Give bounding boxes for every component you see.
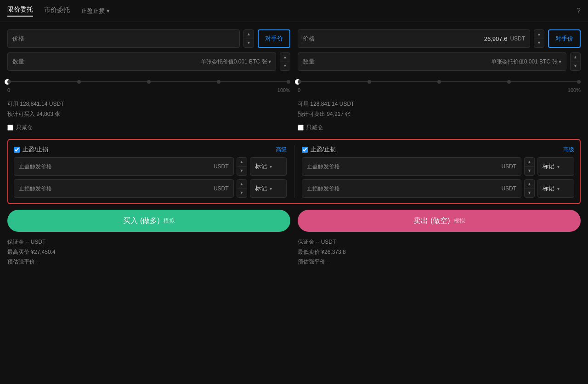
buy-max-buy-value: ¥27,450.4 — [31, 249, 55, 255]
buy-sl-tp-checkbox[interactable] — [14, 147, 20, 153]
sell-take-profit-field[interactable]: 止盈触发价格 USDT — [302, 157, 522, 176]
sell-dot-50 — [437, 80, 441, 84]
help-icon[interactable]: ? — [577, 7, 581, 15]
buy-tp-spinner[interactable]: ▲ ▼ — [237, 157, 247, 176]
tab-limit[interactable]: 限价委托 — [7, 6, 33, 17]
sell-tp-mark-label: 标记 — [543, 162, 554, 171]
buy-qty-up[interactable]: ▲ — [280, 53, 290, 62]
sell-sl-spinner[interactable]: ▲ ▼ — [524, 179, 535, 198]
buy-liq-row: 预估强平价 -- — [7, 257, 290, 267]
sell-slider-container[interactable] — [298, 77, 581, 86]
buy-sl-mark-select[interactable]: 标记 ▾ — [250, 179, 287, 198]
sell-counterparty-btn[interactable]: 对手价 — [548, 29, 581, 48]
sell-tp-up[interactable]: ▲ — [525, 158, 534, 166]
sell-min-sell-row: 最低卖价 ¥26,373.8 — [298, 247, 581, 258]
sell-margin-row: 保证金 -- USDT — [298, 237, 581, 247]
sell-price-up[interactable]: ▲ — [534, 30, 544, 39]
sl-tp-section: 止盈/止损 高级 止盈触发价格 USDT ▲ ▼ 标记 ▾ — [0, 139, 588, 210]
sell-footer: 保证金 -- USDT 最低卖价 ¥26,373.8 预估强平价 -- — [298, 237, 581, 267]
sell-tp-mark-select[interactable]: 标记 ▾ — [537, 157, 574, 176]
sell-slider-dots — [298, 80, 581, 84]
buy-button[interactable]: 买入 (做多) 模拟 — [7, 210, 290, 232]
sell-tp-chevron-icon: ▾ — [557, 164, 560, 169]
sell-btn-label: 卖出 (做空) — [413, 216, 450, 226]
sell-advanced-link[interactable]: 高级 — [563, 146, 574, 154]
buy-footer: 保证金 -- USDT 最高买价 ¥27,450.4 预估强平价 -- — [7, 237, 290, 267]
sell-qty-field[interactable]: 数量 单张委托价值0.001 BTC 张 ▾ — [298, 52, 566, 71]
buy-slider-row: 0 100% — [7, 75, 290, 95]
sell-stop-loss-label: 止损触发价格 — [307, 185, 340, 193]
sell-est-value: 94,917 张 — [327, 111, 351, 117]
sell-qty-down[interactable]: ▼ — [571, 62, 580, 71]
buy-slider-max: 100% — [277, 87, 290, 93]
sell-price-spinner[interactable]: ▲ ▼ — [534, 29, 544, 48]
buy-max-buy-row: 最高买价 ¥27,450.4 — [7, 247, 290, 258]
buy-tp-mark-label: 标记 — [255, 162, 267, 171]
buy-reduce-only-checkbox[interactable] — [7, 125, 13, 131]
buy-stop-loss-field[interactable]: 止损触发价格 USDT — [14, 179, 234, 198]
buy-dot-25 — [77, 80, 81, 84]
sell-stop-loss-field[interactable]: 止损触发价格 USDT — [302, 179, 522, 198]
buy-unit-select[interactable]: 张 ▾ — [262, 58, 271, 66]
buy-qty-field[interactable]: 数量 单张委托价值0.001 BTC 张 ▾ — [7, 52, 276, 71]
buy-advanced-link[interactable]: 高级 — [276, 146, 287, 154]
buy-est-value: 94,803 张 — [36, 111, 60, 117]
buy-slider-labels: 0 100% — [7, 87, 290, 93]
sell-tp-spinner[interactable]: ▲ ▼ — [524, 157, 535, 176]
sell-qty-info: 单张委托价值0.001 BTC — [491, 58, 550, 66]
sl-tp-box: 止盈/止损 高级 止盈触发价格 USDT ▲ ▼ 标记 ▾ — [7, 139, 581, 204]
buy-sl-tp-header: 止盈/止损 高级 — [14, 145, 287, 154]
sell-sl-up[interactable]: ▲ — [525, 180, 534, 189]
sell-sl-tp-checkbox[interactable] — [302, 147, 308, 153]
sell-button[interactable]: 卖出 (做空) 模拟 — [298, 210, 581, 232]
buy-sl-tp-label: 止盈/止损 — [23, 145, 48, 154]
sell-price-field[interactable]: 价格 26,907.6 USDT — [298, 29, 530, 48]
sell-reduce-only[interactable]: 只减仓 — [298, 124, 581, 132]
sell-slider-row: 0 100% — [298, 75, 581, 95]
buy-price-field[interactable]: 价格 — [7, 29, 240, 48]
sell-qty-unit: 张 — [552, 58, 558, 66]
main-content: 价格 ▲ ▼ 对手价 数量 单张委托价值0.001 BTC 张 ▾ — [0, 22, 588, 139]
sell-take-profit-unit: USDT — [501, 163, 516, 170]
buy-take-profit-field[interactable]: 止盈触发价格 USDT — [14, 157, 234, 176]
buy-reduce-only[interactable]: 只减仓 — [7, 124, 290, 132]
sell-sl-down[interactable]: ▼ — [525, 189, 534, 198]
sell-qty-up[interactable]: ▲ — [571, 53, 580, 62]
tab-market[interactable]: 市价委托 — [44, 6, 70, 16]
buy-tp-down[interactable]: ▼ — [237, 167, 247, 176]
buy-price-up[interactable]: ▲ — [244, 30, 254, 39]
buy-slider-container[interactable] — [7, 77, 290, 86]
sell-est-row: 预计可卖出 94,917 张 — [298, 109, 581, 120]
sell-dot-75 — [507, 80, 511, 84]
buy-sl-spinner[interactable]: ▲ ▼ — [237, 179, 247, 198]
buy-dot-75 — [217, 80, 220, 84]
buy-balance-info: 可用 128,841.14 USDT 预计可买入 94,803 张 — [7, 99, 290, 119]
buy-tp-up[interactable]: ▲ — [237, 158, 247, 166]
buy-liq-label: 预估强平价 — [7, 258, 35, 265]
buy-counterparty-btn[interactable]: 对手价 — [258, 29, 290, 48]
sell-sl-mark-select[interactable]: 标记 ▾ — [537, 179, 574, 198]
buy-price-spinner[interactable]: ▲ ▼ — [243, 29, 254, 48]
sell-balance-info: 可用 128,841.14 USDT 预计可卖出 94,917 张 — [298, 99, 581, 119]
sell-price-down[interactable]: ▼ — [534, 39, 544, 48]
sell-qty-label: 数量 — [303, 57, 315, 66]
sell-tp-down[interactable]: ▼ — [525, 167, 534, 176]
sell-price-unit: USDT — [510, 35, 525, 42]
buy-qty-down[interactable]: ▼ — [280, 62, 290, 71]
sell-reduce-only-checkbox[interactable] — [298, 125, 304, 131]
buy-margin-value: -- — [25, 239, 29, 245]
buy-qty-spinner[interactable]: ▲ ▼ — [280, 52, 290, 71]
buy-price-down[interactable]: ▼ — [244, 39, 254, 48]
buy-sl-up[interactable]: ▲ — [237, 180, 247, 189]
sell-min-sell-value: ¥26,373.8 — [321, 249, 345, 255]
tab-stop[interactable]: 止盈止损 ▾ — [81, 7, 110, 15]
sell-qty-spinner[interactable]: ▲ ▼ — [570, 52, 581, 71]
sell-reduce-only-label: 只减仓 — [306, 124, 323, 132]
sell-unit-select[interactable]: 张 ▾ — [552, 58, 561, 66]
buy-unit-chevron: ▾ — [268, 58, 271, 65]
buy-sl-down[interactable]: ▼ — [237, 189, 247, 198]
sell-liq-row: 预估强平价 -- — [298, 257, 581, 267]
buy-tp-mark-select[interactable]: 标记 ▾ — [250, 157, 287, 176]
sell-price-value: 26,907.6 — [484, 35, 508, 42]
buy-dot-0 — [7, 80, 11, 84]
